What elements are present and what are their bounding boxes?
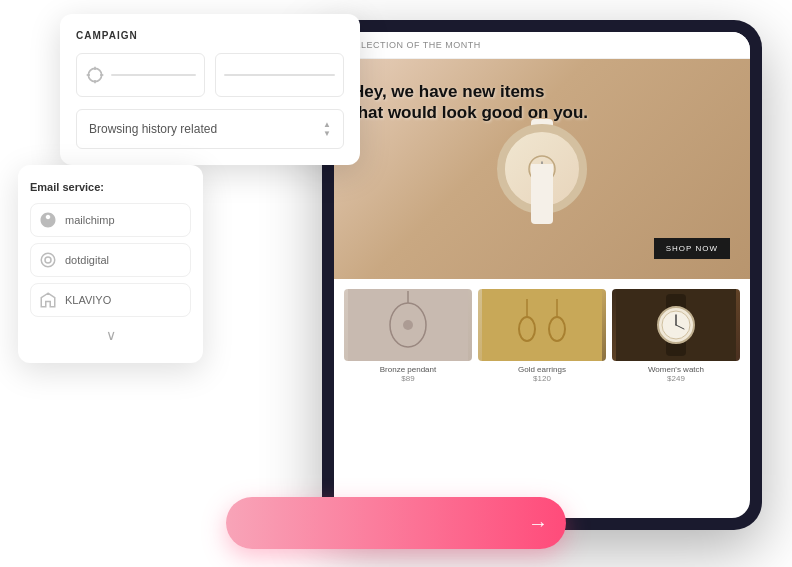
svg-point-13: [403, 320, 413, 330]
klaviyo-icon: [39, 291, 57, 309]
arrow-up: ▲: [323, 121, 331, 129]
product-watch[interactable]: Women's watch $249: [612, 289, 740, 383]
campaign-input-1[interactable]: [76, 53, 205, 97]
dotdigital-logo: [39, 251, 57, 269]
tablet-header: Selection of the month: [334, 32, 750, 59]
tablet-device: Selection of the month: [322, 20, 762, 530]
earrings-name: Gold earrings: [518, 365, 566, 374]
svg-rect-14: [482, 289, 602, 361]
campaign-dropdown[interactable]: Browsing history related ▲ ▼: [76, 109, 344, 149]
crosshair-icon: [85, 65, 105, 85]
tablet-screen: Selection of the month: [334, 32, 750, 518]
hero-title: Hey, we have new items: [352, 82, 544, 101]
hero-subtitle: that would look good on you.: [352, 103, 588, 122]
earrings-image: [478, 289, 606, 361]
product-pendant[interactable]: Bronze pendant $89: [344, 289, 472, 383]
campaign-inputs: [76, 53, 344, 97]
input-line-1: [111, 74, 196, 76]
shop-now-button[interactable]: SHOP NOW: [654, 238, 730, 259]
svg-point-5: [41, 253, 55, 267]
pendant-image: [344, 289, 472, 361]
pendant-svg: [344, 289, 472, 361]
watch-image: [612, 289, 740, 361]
service-klaviyo[interactable]: KLAVIYO: [30, 283, 191, 317]
campaign-card: CAMPAIGN Browsing history related ▲ ▼: [60, 14, 360, 165]
product-earrings[interactable]: Gold earrings $120: [478, 289, 606, 383]
service-mailchimp[interactable]: mailchimp: [30, 203, 191, 237]
earrings-svg: [478, 289, 606, 361]
email-service-card: Email service: mailchimp dotdigital KLAV…: [18, 165, 203, 363]
dotdigital-icon: [39, 251, 57, 269]
mailchimp-logo: [39, 211, 57, 229]
input-line-2: [224, 74, 335, 76]
watch-price: $249: [667, 374, 685, 383]
svg-point-6: [45, 257, 51, 263]
arrow-down: ▼: [323, 130, 331, 138]
products-row: Bronze pendant $89 Gold earrings $120: [334, 279, 750, 389]
hero-image: Hey, we have new items that would look g…: [334, 59, 750, 279]
campaign-input-2[interactable]: [215, 53, 344, 97]
dotdigital-label: dotdigital: [65, 254, 109, 266]
mailchimp-icon: [39, 211, 57, 229]
watch-svg: [612, 289, 740, 361]
klaviyo-label: KLAVIYO: [65, 294, 111, 306]
pendant-price: $89: [401, 374, 414, 383]
arrow-right-icon: →: [528, 512, 548, 535]
bottom-cta-pill[interactable]: →: [226, 497, 566, 549]
show-more-button[interactable]: ∨: [30, 323, 191, 347]
earrings-price: $120: [533, 374, 551, 383]
dropdown-arrows: ▲ ▼: [323, 121, 331, 138]
klaviyo-logo: [39, 291, 57, 309]
tablet-hero: Hey, we have new items that would look g…: [334, 59, 750, 279]
campaign-title: CAMPAIGN: [76, 30, 344, 41]
dropdown-text: Browsing history related: [89, 122, 217, 136]
service-dotdigital[interactable]: dotdigital: [30, 243, 191, 277]
pendant-name: Bronze pendant: [380, 365, 437, 374]
chevron-down-icon: ∨: [106, 327, 116, 343]
tablet-header-text: Selection of the month: [348, 40, 481, 50]
watch-name: Women's watch: [648, 365, 704, 374]
watch-strap-bottom: [531, 164, 553, 224]
mailchimp-label: mailchimp: [65, 214, 115, 226]
svg-point-0: [88, 68, 101, 81]
email-service-title: Email service:: [30, 181, 191, 193]
